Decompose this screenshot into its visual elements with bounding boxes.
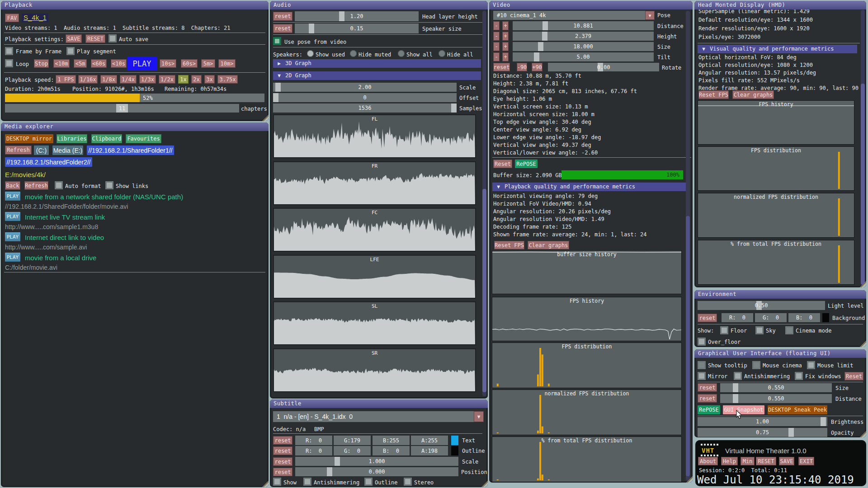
- resize-grip-icon[interactable]: [481, 480, 488, 487]
- desktop-mirror-button[interactable]: DESKTOP mirror: [5, 134, 53, 143]
- hmd-scrollbar-thumb[interactable]: [861, 84, 865, 285]
- pose-select[interactable]: #10 cinema_1 4k: [493, 11, 645, 20]
- hmd-reset-fps-button[interactable]: Reset FPS: [698, 90, 729, 99]
- speed-1fps-button[interactable]: 1 FPS: [56, 75, 76, 84]
- hmd-metrics-header[interactable]: ▼Visual quality and performance metrics: [698, 45, 857, 53]
- subtitle-antishimmering-checkbox[interactable]: [303, 478, 311, 486]
- opacity-slider[interactable]: 0.75: [698, 428, 827, 437]
- antishimmering-checkbox[interactable]: [734, 372, 742, 380]
- show-all-radio[interactable]: [398, 50, 405, 57]
- reset-head-layer-button[interactable]: reset: [273, 12, 292, 21]
- height-plus-button[interactable]: +: [502, 32, 509, 41]
- stop-button[interactable]: Stop: [34, 59, 49, 68]
- play-button[interactable]: PLAY: [127, 56, 157, 70]
- mirror-checkbox[interactable]: [698, 372, 706, 380]
- exit-button[interactable]: EXIT: [798, 457, 814, 465]
- speed-1-2x-button[interactable]: 1/2x: [159, 75, 175, 84]
- size-plus-button[interactable]: +: [502, 42, 509, 51]
- sky-checkbox[interactable]: [755, 326, 764, 334]
- frame-by-frame-checkbox[interactable]: [5, 47, 13, 55]
- reset-app-button[interactable]: RESET: [756, 457, 776, 465]
- gui-titlebar[interactable]: Graphical User Interface (floating UI): [694, 349, 866, 358]
- save-app-button[interactable]: SAVE: [779, 457, 794, 465]
- fav-button[interactable]: FAV: [5, 14, 19, 22]
- gui-distance-slider[interactable]: 0.550: [720, 394, 832, 403]
- fix-windows-checkbox[interactable]: [795, 372, 803, 380]
- size-minus-button[interactable]: -: [493, 42, 500, 51]
- height-minus-button[interactable]: -: [493, 32, 500, 41]
- floor-checkbox[interactable]: [720, 326, 728, 334]
- speed-1-4x-button[interactable]: 1/4x: [120, 75, 137, 84]
- back-10m-button[interactable]: <10m: [53, 59, 70, 68]
- over-floor-checkbox[interactable]: [698, 338, 706, 346]
- subtitle-scale-slider[interactable]: 1.000: [295, 457, 458, 466]
- hmd-scrollbar[interactable]: [861, 10, 865, 286]
- speaker-size-slider[interactable]: 0.15: [295, 23, 419, 33]
- drive-c-button[interactable]: (C:): [34, 145, 49, 155]
- reset-rotate-button[interactable]: reset: [493, 63, 510, 71]
- fwd-10s-button[interactable]: 10s>: [160, 59, 176, 68]
- reset-gui-size-button[interactable]: reset: [698, 383, 717, 392]
- text-a-field[interactable]: A:255: [411, 436, 448, 445]
- back-button[interactable]: Back: [5, 181, 20, 190]
- distance-slider[interactable]: 10.881: [513, 21, 654, 30]
- playback-titlebar[interactable]: Playback: [1, 1, 269, 9]
- outline-r-field[interactable]: R: 0: [295, 446, 332, 455]
- speed-1x-button[interactable]: 1x: [178, 75, 189, 84]
- play-segment-checkbox[interactable]: [66, 47, 75, 55]
- gui-repose-button[interactable]: RePOSE: [698, 405, 720, 414]
- bg-r-field[interactable]: R: 0: [722, 313, 753, 322]
- libraries-button[interactable]: Libraries: [57, 134, 87, 143]
- show-tooltip-checkbox[interactable]: [698, 361, 706, 369]
- text-color-swatch[interactable]: [451, 436, 458, 445]
- reset-pose-button[interactable]: Reset: [493, 160, 512, 168]
- resize-grip-icon[interactable]: [859, 430, 866, 437]
- desktop-sneak-peek-button[interactable]: DESKTOP Sneak Peek: [768, 405, 827, 414]
- graph-samples-slider[interactable]: 1536: [273, 103, 457, 113]
- video-clear-graphs-button[interactable]: Clear graphs: [528, 241, 569, 249]
- outline-a-field[interactable]: A:198: [411, 446, 448, 455]
- graph-3d-header[interactable]: ▶3D Graph: [273, 59, 481, 68]
- resize-grip-icon[interactable]: [261, 480, 269, 487]
- repose-button[interactable]: RePOSE: [515, 160, 538, 168]
- tilt-minus-button[interactable]: -: [493, 52, 500, 61]
- favourites-button[interactable]: Favourites: [126, 134, 161, 143]
- mouse-limit-checkbox[interactable]: [807, 361, 815, 369]
- about-button[interactable]: About: [698, 457, 718, 465]
- auto-save-checkbox[interactable]: [108, 34, 117, 42]
- graph-2d-header[interactable]: ▼2D Graph: [273, 71, 481, 80]
- outline-b-field[interactable]: B: 0: [373, 446, 410, 455]
- refresh-folder-button[interactable]: Refresh: [24, 181, 48, 190]
- rotate-plus-90-button[interactable]: +90: [532, 63, 542, 71]
- fwd-10m-button[interactable]: 10m>: [218, 59, 236, 68]
- gui-size-slider[interactable]: 0.550: [720, 383, 832, 392]
- distance-plus-button[interactable]: +: [502, 21, 509, 30]
- hmd-clear-graphs-button[interactable]: Clear graphs: [732, 90, 774, 99]
- environment-titlebar[interactable]: Environment: [694, 290, 866, 299]
- graph-offset-slider[interactable]: 0: [273, 93, 457, 102]
- help-button[interactable]: Help: [721, 457, 738, 465]
- bg-b-field[interactable]: B: 0: [788, 313, 820, 322]
- outline-g-field[interactable]: G: 0: [334, 446, 371, 455]
- speed-3-75x-button[interactable]: 3.75x: [217, 75, 238, 84]
- reset-outline-color-button[interactable]: reset: [273, 446, 292, 455]
- speed-3x-button[interactable]: 3x: [204, 75, 215, 84]
- reset-speaker-size-button[interactable]: reset: [273, 24, 292, 33]
- distance-minus-button[interactable]: -: [493, 21, 500, 30]
- mouse-cinema-checkbox[interactable]: [752, 361, 760, 369]
- rotate-slider[interactable]: 0.00: [548, 63, 659, 71]
- subtitle-titlebar[interactable]: Subtitle: [270, 399, 488, 408]
- bg-g-field[interactable]: G: 0: [755, 313, 787, 322]
- play-direct-button[interactable]: PLAY: [5, 232, 20, 241]
- subtitle-select-arrow[interactable]: ▼: [474, 411, 484, 422]
- auto-format-checkbox[interactable]: [55, 181, 63, 189]
- video-scrollbar[interactable]: [686, 11, 690, 481]
- height-slider[interactable]: 2.379: [513, 32, 654, 41]
- hide-all-radio[interactable]: [439, 50, 445, 57]
- outline-color-swatch[interactable]: [451, 446, 458, 455]
- gui-reset-button[interactable]: Reset: [844, 372, 863, 380]
- fwd-5m-button[interactable]: 5m>: [201, 59, 215, 68]
- use-pose-checkbox[interactable]: [273, 37, 281, 45]
- media-explorer-titlebar[interactable]: Media explorer: [1, 122, 269, 131]
- refresh-drives-button[interactable]: Refresh: [5, 145, 32, 155]
